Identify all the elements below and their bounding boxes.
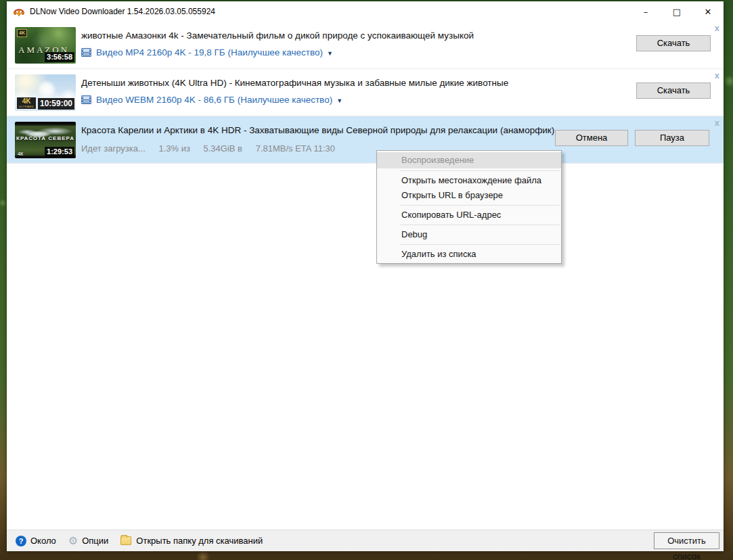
menu-separator <box>400 170 560 171</box>
remove-row-icon[interactable]: x <box>715 24 719 32</box>
menu-separator <box>400 205 560 206</box>
thumbnail-4k-ultra-badge: 4K ULTRAHD <box>17 97 36 109</box>
app-window: DLNow Video Downloader 1.54.2026.03.05.0… <box>7 1 724 551</box>
video-title: Детеныши животных (4K Ultra HD) - Кинема… <box>81 78 508 88</box>
download-button[interactable]: Скачать <box>636 83 711 99</box>
menu-item-open-file-location[interactable]: Открыть местонахождение файла <box>377 173 561 188</box>
thumbnail-overlay-text: КРАСОТА СЕВЕРА <box>15 135 76 141</box>
context-menu: Воспроизведение Открыть местонахождение … <box>376 150 562 264</box>
open-downloads-folder-button[interactable]: Открыть папку для скачиваний <box>120 536 263 546</box>
about-button[interactable]: ? Около <box>16 536 56 546</box>
format-link-label: Видео MP4 2160p 4K - 19,8 ГБ (Наилучшее … <box>96 47 323 57</box>
duration-badge: 10:59:00 <box>38 98 74 110</box>
maximize-button[interactable]: □ <box>661 1 692 22</box>
thumbnail-4k-badge: 4K <box>17 29 27 37</box>
video-title: животные Амазонки 4k - Замечательный фил… <box>81 30 474 41</box>
progress-percent: 1.3% из <box>158 143 190 154</box>
format-selector[interactable]: Видео MP4 2160p 4K - 19,8 ГБ (Наилучшее … <box>81 47 333 57</box>
film-icon <box>81 95 91 104</box>
menu-item-play[interactable]: Воспроизведение <box>377 152 561 168</box>
download-row-2: 4K ULTRAHD 10:59:00 Детеныши животных (4… <box>7 69 724 116</box>
video-thumbnail: 4K ULTRAHD 10:59:00 <box>15 74 76 111</box>
menu-item-open-url-in-browser[interactable]: Открыть URL в браузере <box>377 188 561 203</box>
desktop-wallpaper: { "window": { "title": "DLNow Video Down… <box>0 0 733 560</box>
download-progress-status: Идет загрузка... 1.3% из 5.34GiB в 7.81M… <box>81 143 346 154</box>
window-title: DLNow Video Downloader 1.54.2026.03.05.0… <box>30 7 215 16</box>
format-selector[interactable]: Видео WEBM 2160p 4K - 86,6 ГБ (Наилучшее… <box>81 95 342 105</box>
menu-separator <box>400 225 560 225</box>
minimize-button[interactable]: – <box>630 1 661 22</box>
menu-item-remove-from-list[interactable]: Удалить из списка <box>377 247 561 262</box>
download-button[interactable]: Скачать <box>636 35 711 51</box>
pause-button[interactable]: Пауза <box>635 130 709 146</box>
about-label: Около <box>30 536 56 546</box>
remove-row-icon[interactable]: x <box>715 118 719 127</box>
app-icon <box>13 5 25 18</box>
options-button[interactable]: ⚙ Опции <box>68 536 108 546</box>
duration-badge: 1:29:53 <box>45 147 74 157</box>
progress-size: 5.34GiB в <box>204 143 243 154</box>
video-thumbnail: КРАСОТА СЕВЕРА 4К 1:29:53 <box>15 122 76 158</box>
menu-item-debug[interactable]: Debug <box>377 227 561 242</box>
menu-item-copy-url[interactable]: Скопировать URL-адрес <box>377 208 561 223</box>
chevron-down-icon: ▼ <box>336 97 342 104</box>
video-title: Красота Карелии и Арктики в 4K HDR - Зах… <box>81 125 554 135</box>
close-button[interactable]: ✕ <box>692 1 724 22</box>
download-row-1: 4K AMAZON 3:56:58 животные Амазонки 4k -… <box>7 22 724 69</box>
open-folder-label: Открыть папку для скачиваний <box>136 536 263 546</box>
remove-row-icon[interactable]: x <box>715 71 719 80</box>
duration-badge: 3:56:58 <box>45 52 74 62</box>
thumbnail-4k-badge: 4К <box>18 151 23 156</box>
download-row-3-selected: КРАСОТА СЕВЕРА 4К 1:29:53 Красота Карели… <box>7 116 724 164</box>
progress-status: Идет загрузка... <box>81 143 146 154</box>
menu-separator <box>400 244 560 245</box>
cancel-button[interactable]: Отмена <box>555 130 628 146</box>
video-thumbnail: 4K AMAZON 3:56:58 <box>15 27 76 64</box>
help-icon: ? <box>16 536 26 546</box>
title-bar: DLNow Video Downloader 1.54.2026.03.05.0… <box>7 1 724 22</box>
clear-list-button[interactable]: Очистить список <box>654 532 719 549</box>
format-link-label: Видео WEBM 2160p 4K - 86,6 ГБ (Наилучшее… <box>96 95 332 105</box>
film-icon <box>81 48 91 57</box>
folder-icon <box>120 536 131 545</box>
options-label: Опции <box>82 536 108 546</box>
chevron-down-icon: ▼ <box>327 50 333 57</box>
gear-icon: ⚙ <box>68 536 78 546</box>
download-list: 4K AMAZON 3:56:58 животные Амазонки 4k -… <box>7 22 724 164</box>
bottom-toolbar: ? Около ⚙ Опции Открыть папку для скачив… <box>7 530 724 551</box>
progress-speed-eta: 7.81MB/s ETA 11:30 <box>256 143 335 154</box>
